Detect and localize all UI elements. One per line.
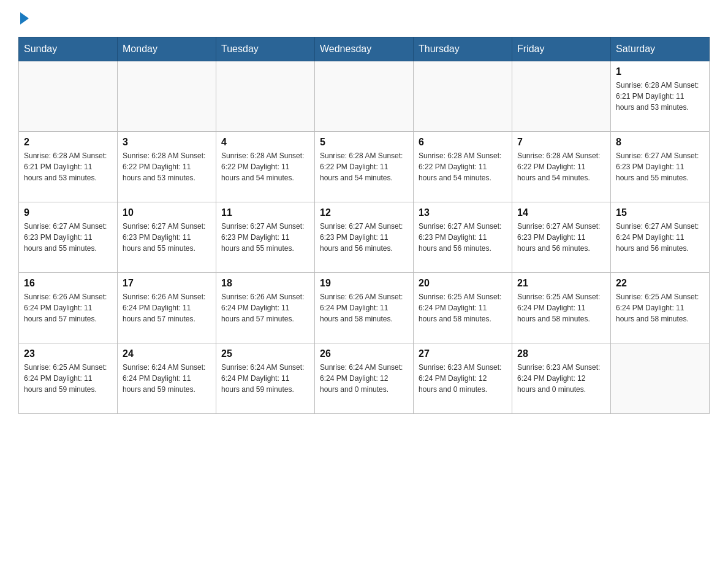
calendar-cell: 6Sunrise: 6:28 AM Sunset: 6:22 PM Daylig… — [414, 132, 512, 202]
day-number: 4 — [221, 137, 309, 148]
day-info: Sunrise: 6:28 AM Sunset: 6:22 PM Dayligh… — [221, 150, 309, 183]
day-info: Sunrise: 6:24 AM Sunset: 6:24 PM Dayligh… — [123, 362, 211, 395]
day-number: 22 — [616, 278, 704, 289]
calendar-cell — [512, 61, 611, 132]
calendar-cell: 18Sunrise: 6:26 AM Sunset: 6:24 PM Dayli… — [216, 273, 315, 343]
day-number: 2 — [24, 137, 112, 148]
calendar-cell — [315, 61, 414, 132]
calendar-cell: 28Sunrise: 6:23 AM Sunset: 6:24 PM Dayli… — [512, 343, 611, 414]
calendar-cell: 27Sunrise: 6:23 AM Sunset: 6:24 PM Dayli… — [414, 343, 512, 414]
logo — [18, 12, 29, 25]
day-info: Sunrise: 6:26 AM Sunset: 6:24 PM Dayligh… — [24, 291, 112, 324]
calendar-cell: 14Sunrise: 6:27 AM Sunset: 6:23 PM Dayli… — [512, 202, 611, 273]
calendar-cell: 2Sunrise: 6:28 AM Sunset: 6:21 PM Daylig… — [19, 132, 118, 202]
day-number: 17 — [123, 278, 211, 289]
calendar-cell — [216, 61, 315, 132]
day-info: Sunrise: 6:25 AM Sunset: 6:24 PM Dayligh… — [517, 291, 605, 324]
day-number: 24 — [123, 348, 211, 359]
day-number: 7 — [517, 137, 605, 148]
day-info: Sunrise: 6:27 AM Sunset: 6:23 PM Dayligh… — [123, 221, 211, 254]
day-of-week-header: Thursday — [414, 37, 512, 61]
day-number: 12 — [320, 207, 408, 218]
day-number: 20 — [419, 278, 507, 289]
calendar-cell: 24Sunrise: 6:24 AM Sunset: 6:24 PM Dayli… — [118, 343, 216, 414]
calendar-cell: 13Sunrise: 6:27 AM Sunset: 6:23 PM Dayli… — [414, 202, 512, 273]
day-number: 18 — [221, 278, 309, 289]
calendar-cell: 21Sunrise: 6:25 AM Sunset: 6:24 PM Dayli… — [512, 273, 611, 343]
calendar-cell: 7Sunrise: 6:28 AM Sunset: 6:22 PM Daylig… — [512, 132, 611, 202]
day-info: Sunrise: 6:24 AM Sunset: 6:24 PM Dayligh… — [320, 362, 408, 395]
day-info: Sunrise: 6:27 AM Sunset: 6:23 PM Dayligh… — [221, 221, 309, 254]
day-of-week-header: Saturday — [611, 37, 710, 61]
day-number: 16 — [24, 278, 112, 289]
calendar-cell: 20Sunrise: 6:25 AM Sunset: 6:24 PM Dayli… — [414, 273, 512, 343]
day-number: 10 — [123, 207, 211, 218]
day-number: 14 — [517, 207, 605, 218]
day-info: Sunrise: 6:27 AM Sunset: 6:23 PM Dayligh… — [419, 221, 507, 254]
day-info: Sunrise: 6:28 AM Sunset: 6:21 PM Dayligh… — [24, 150, 112, 183]
day-of-week-header: Wednesday — [315, 37, 414, 61]
calendar-cell: 12Sunrise: 6:27 AM Sunset: 6:23 PM Dayli… — [315, 202, 414, 273]
day-info: Sunrise: 6:25 AM Sunset: 6:24 PM Dayligh… — [616, 291, 704, 324]
calendar-cell: 9Sunrise: 6:27 AM Sunset: 6:23 PM Daylig… — [19, 202, 118, 273]
calendar-cell: 11Sunrise: 6:27 AM Sunset: 6:23 PM Dayli… — [216, 202, 315, 273]
calendar-week-row: 23Sunrise: 6:25 AM Sunset: 6:24 PM Dayli… — [19, 343, 710, 414]
day-info: Sunrise: 6:23 AM Sunset: 6:24 PM Dayligh… — [419, 362, 507, 395]
day-number: 23 — [24, 348, 112, 359]
day-of-week-header: Tuesday — [216, 37, 315, 61]
day-info: Sunrise: 6:27 AM Sunset: 6:23 PM Dayligh… — [517, 221, 605, 254]
calendar-cell: 8Sunrise: 6:27 AM Sunset: 6:23 PM Daylig… — [611, 132, 710, 202]
day-info: Sunrise: 6:23 AM Sunset: 6:24 PM Dayligh… — [517, 362, 605, 395]
calendar-cell: 19Sunrise: 6:26 AM Sunset: 6:24 PM Dayli… — [315, 273, 414, 343]
calendar-cell: 5Sunrise: 6:28 AM Sunset: 6:22 PM Daylig… — [315, 132, 414, 202]
calendar-cell: 10Sunrise: 6:27 AM Sunset: 6:23 PM Dayli… — [118, 202, 216, 273]
calendar-cell: 15Sunrise: 6:27 AM Sunset: 6:24 PM Dayli… — [611, 202, 710, 273]
day-info: Sunrise: 6:27 AM Sunset: 6:23 PM Dayligh… — [320, 221, 408, 254]
day-number: 26 — [320, 348, 408, 359]
day-number: 25 — [221, 348, 309, 359]
calendar-cell: 16Sunrise: 6:26 AM Sunset: 6:24 PM Dayli… — [19, 273, 118, 343]
calendar-cell: 3Sunrise: 6:28 AM Sunset: 6:22 PM Daylig… — [118, 132, 216, 202]
calendar-cell — [118, 61, 216, 132]
page-header — [18, 12, 710, 25]
logo-triangle-icon — [20, 12, 29, 25]
calendar-week-row: 9Sunrise: 6:27 AM Sunset: 6:23 PM Daylig… — [19, 202, 710, 273]
day-info: Sunrise: 6:26 AM Sunset: 6:24 PM Dayligh… — [320, 291, 408, 324]
day-number: 11 — [221, 207, 309, 218]
calendar-cell: 26Sunrise: 6:24 AM Sunset: 6:24 PM Dayli… — [315, 343, 414, 414]
calendar-cell: 1Sunrise: 6:28 AM Sunset: 6:21 PM Daylig… — [611, 61, 710, 132]
day-info: Sunrise: 6:28 AM Sunset: 6:21 PM Dayligh… — [616, 80, 704, 113]
day-info: Sunrise: 6:27 AM Sunset: 6:23 PM Dayligh… — [616, 150, 704, 183]
day-info: Sunrise: 6:25 AM Sunset: 6:24 PM Dayligh… — [419, 291, 507, 324]
day-info: Sunrise: 6:26 AM Sunset: 6:24 PM Dayligh… — [221, 291, 309, 324]
day-info: Sunrise: 6:25 AM Sunset: 6:24 PM Dayligh… — [24, 362, 112, 395]
day-number: 27 — [419, 348, 507, 359]
day-number: 3 — [123, 137, 211, 148]
calendar-cell: 4Sunrise: 6:28 AM Sunset: 6:22 PM Daylig… — [216, 132, 315, 202]
day-number: 13 — [419, 207, 507, 218]
day-info: Sunrise: 6:27 AM Sunset: 6:24 PM Dayligh… — [616, 221, 704, 254]
calendar-table: SundayMondayTuesdayWednesdayThursdayFrid… — [18, 37, 710, 414]
calendar-cell — [611, 343, 710, 414]
calendar-cell — [19, 61, 118, 132]
day-info: Sunrise: 6:26 AM Sunset: 6:24 PM Dayligh… — [123, 291, 211, 324]
day-number: 21 — [517, 278, 605, 289]
day-number: 15 — [616, 207, 704, 218]
day-info: Sunrise: 6:28 AM Sunset: 6:22 PM Dayligh… — [123, 150, 211, 183]
calendar-cell: 22Sunrise: 6:25 AM Sunset: 6:24 PM Dayli… — [611, 273, 710, 343]
day-number: 19 — [320, 278, 408, 289]
day-number: 1 — [616, 66, 704, 77]
calendar-cell: 25Sunrise: 6:24 AM Sunset: 6:24 PM Dayli… — [216, 343, 315, 414]
calendar-week-row: 1Sunrise: 6:28 AM Sunset: 6:21 PM Daylig… — [19, 61, 710, 132]
day-of-week-header: Sunday — [19, 37, 118, 61]
day-number: 28 — [517, 348, 605, 359]
calendar-week-row: 16Sunrise: 6:26 AM Sunset: 6:24 PM Dayli… — [19, 273, 710, 343]
calendar-week-row: 2Sunrise: 6:28 AM Sunset: 6:21 PM Daylig… — [19, 132, 710, 202]
day-info: Sunrise: 6:28 AM Sunset: 6:22 PM Dayligh… — [517, 150, 605, 183]
day-info: Sunrise: 6:28 AM Sunset: 6:22 PM Dayligh… — [320, 150, 408, 183]
calendar-cell: 17Sunrise: 6:26 AM Sunset: 6:24 PM Dayli… — [118, 273, 216, 343]
calendar-header-row: SundayMondayTuesdayWednesdayThursdayFrid… — [19, 37, 710, 61]
day-of-week-header: Friday — [512, 37, 611, 61]
calendar-cell — [414, 61, 512, 132]
day-number: 8 — [616, 137, 704, 148]
